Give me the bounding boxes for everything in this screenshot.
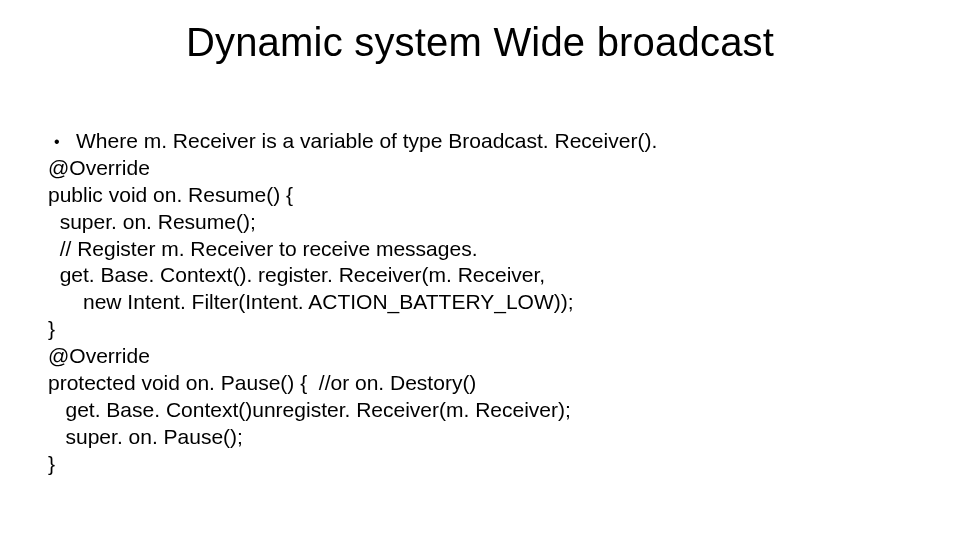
- slide-body: • Where m. Receiver is a variable of typ…: [48, 128, 900, 477]
- bullet-dot-icon: •: [48, 132, 76, 152]
- slide: Dynamic system Wide broadcast • Where m.…: [0, 0, 960, 540]
- bullet-item: • Where m. Receiver is a variable of typ…: [48, 128, 900, 155]
- code-block: @Override public void on. Resume() { sup…: [48, 155, 900, 478]
- bullet-text: Where m. Receiver is a variable of type …: [76, 128, 657, 155]
- slide-title: Dynamic system Wide broadcast: [0, 20, 960, 65]
